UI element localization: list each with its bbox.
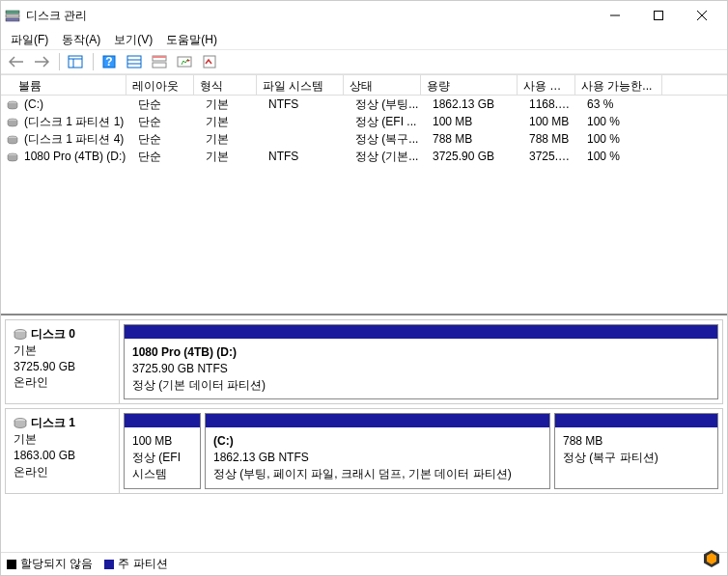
volume-icon xyxy=(7,97,18,111)
partition-name: 1080 Pro (4TB) (D:) xyxy=(132,344,710,361)
view-graphical-button[interactable] xyxy=(148,51,171,72)
menu-help[interactable]: 도움말(H) xyxy=(160,30,223,50)
legend-unallocated-label: 할당되지 않음 xyxy=(20,556,93,572)
volume-type: 기본 xyxy=(200,96,263,113)
disk-partitions: 1080 Pro (4TB) (D:) 3725.90 GB NTFS 정상 (… xyxy=(120,320,722,403)
svg-rect-4 xyxy=(654,12,662,20)
disk-type: 기본 xyxy=(14,431,111,448)
legend-primary-label: 주 파티션 xyxy=(118,556,167,572)
volume-status: 정상 (부팅... xyxy=(350,96,427,113)
partition-box[interactable]: 788 MB 정상 (복구 파티션) xyxy=(554,413,718,488)
volume-percent: 63 % xyxy=(581,97,668,111)
view-list-button[interactable] xyxy=(123,51,146,72)
volume-status: 정상 (복구... xyxy=(350,131,427,148)
col-type[interactable]: 형식 xyxy=(194,75,257,95)
partition-header xyxy=(555,414,717,427)
disk-partitions: 100 MB 정상 (EFI 시스템 (C:) 1862.13 GB NTFS … xyxy=(120,409,722,492)
volume-list: 볼륨 레이아웃 형식 파일 시스템 상태 용량 사용 가... 사용 가능한..… xyxy=(1,74,727,315)
volume-percent: 100 % xyxy=(581,115,668,128)
disk-size: 1863.00 GB xyxy=(14,448,111,464)
volume-row[interactable]: (C:) 단순 기본 NTFS 정상 (부팅... 1862.13 GB 116… xyxy=(1,96,727,113)
volume-list-header: 볼륨 레이아웃 형식 파일 시스템 상태 용량 사용 가... 사용 가능한..… xyxy=(1,74,727,96)
disk-graphical-area: 디스크 0 기본 3725.90 GB 온라인 1080 Pro (4TB) (… xyxy=(1,315,727,552)
volume-name: (C:) xyxy=(18,97,132,111)
back-button[interactable] xyxy=(5,51,28,72)
volume-layout: 단순 xyxy=(132,96,200,113)
volume-free: 788 MB xyxy=(523,132,581,146)
legend-unallocated: 할당되지 않음 xyxy=(7,556,93,572)
menu-action[interactable]: 동작(A) xyxy=(56,30,106,50)
volume-type: 기본 xyxy=(200,149,263,165)
legend: 할당되지 않음 주 파티션 xyxy=(1,552,727,575)
volume-fs: NTFS xyxy=(263,150,350,163)
partition-box[interactable]: 100 MB 정상 (EFI 시스템 xyxy=(124,413,201,488)
partition-detail: 788 MB xyxy=(563,433,710,450)
disk-info-panel: 디스크 1 기본 1863.00 GB 온라인 xyxy=(6,409,120,492)
col-filesystem[interactable]: 파일 시스템 xyxy=(257,75,344,95)
partition-status: 정상 (EFI 시스템 xyxy=(132,450,192,482)
disk-label: 디스크 1 xyxy=(31,416,75,429)
partition-status: 정상 (부팅, 페이지 파일, 크래시 덤프, 기본 데이터 파티션) xyxy=(213,466,542,482)
refresh-button[interactable] xyxy=(173,51,196,72)
volume-row[interactable]: (디스크 1 파티션 4) 단순 기본 정상 (복구... 788 MB 788… xyxy=(1,130,727,148)
volume-capacity: 3725.90 GB xyxy=(427,150,523,163)
volume-type: 기본 xyxy=(200,114,263,130)
disk-type: 기본 xyxy=(14,343,111,359)
minimize-button[interactable] xyxy=(593,2,636,29)
partition-header xyxy=(125,325,717,339)
volume-list-body: (C:) 단순 기본 NTFS 정상 (부팅... 1862.13 GB 116… xyxy=(1,96,727,165)
svg-rect-7 xyxy=(69,56,82,68)
swatch-unallocated xyxy=(7,560,16,569)
col-capacity[interactable]: 용량 xyxy=(421,75,518,95)
volume-free: 1168.89... xyxy=(523,97,581,111)
menu-view[interactable]: 보기(V) xyxy=(108,30,158,50)
maximize-button[interactable] xyxy=(636,2,680,29)
titlebar: 디스크 관리 xyxy=(1,1,727,30)
view-panel-button[interactable] xyxy=(64,51,87,72)
svg-rect-12 xyxy=(127,56,141,68)
svg-text:?: ? xyxy=(105,55,112,69)
volume-row[interactable]: 1080 Pro (4TB) (D:) 단순 기본 NTFS 정상 (기본...… xyxy=(1,148,727,165)
menu-file[interactable]: 파일(F) xyxy=(5,30,54,50)
forward-button[interactable] xyxy=(30,51,53,72)
volume-name: (디스크 1 파티션 1) xyxy=(18,114,132,130)
col-percent[interactable]: 사용 가능한... xyxy=(575,75,662,95)
volume-layout: 단순 xyxy=(132,149,200,165)
partition-name: (C:) xyxy=(213,433,542,450)
properties-button[interactable] xyxy=(198,51,221,72)
partition-box[interactable]: 1080 Pro (4TB) (D:) 3725.90 GB NTFS 정상 (… xyxy=(124,324,718,399)
volume-capacity: 100 MB xyxy=(427,115,523,128)
close-button[interactable] xyxy=(680,2,723,29)
col-free[interactable]: 사용 가... xyxy=(518,75,575,95)
volume-percent: 100 % xyxy=(581,150,668,163)
window-title: 디스크 관리 xyxy=(26,8,593,24)
disk-status: 온라인 xyxy=(14,464,111,480)
partition-detail: 100 MB xyxy=(132,433,192,450)
volume-capacity: 1862.13 GB xyxy=(427,97,523,111)
col-layout[interactable]: 레이아웃 xyxy=(126,75,194,95)
swatch-primary xyxy=(104,560,114,569)
svg-rect-16 xyxy=(153,63,166,68)
volume-icon xyxy=(7,132,18,146)
help-button[interactable]: ? xyxy=(98,51,121,72)
disk-row[interactable]: 디스크 0 기본 3725.90 GB 온라인 1080 Pro (4TB) (… xyxy=(5,319,723,404)
app-icon xyxy=(5,8,20,23)
volume-row[interactable]: (디스크 1 파티션 1) 단순 기본 정상 (EFI ... 100 MB 1… xyxy=(1,113,727,130)
volume-icon xyxy=(7,150,18,163)
partition-box[interactable]: (C:) 1862.13 GB NTFS 정상 (부팅, 페이지 파일, 크래시… xyxy=(205,413,550,488)
volume-name: 1080 Pro (4TB) (D:) xyxy=(18,150,132,163)
disk-icon xyxy=(14,326,27,343)
disk-label: 디스크 0 xyxy=(31,327,75,341)
volume-status: 정상 (기본... xyxy=(350,149,427,165)
svg-rect-17 xyxy=(153,56,166,58)
col-status[interactable]: 상태 xyxy=(344,75,421,95)
toolbar: ? xyxy=(1,49,727,74)
col-volume[interactable]: 볼륨 xyxy=(1,75,126,95)
disk-row[interactable]: 디스크 1 기본 1863.00 GB 온라인 100 MB 정상 (EFI 시… xyxy=(5,408,723,493)
partition-status: 정상 (기본 데이터 파티션) xyxy=(132,377,710,394)
volume-name: (디스크 1 파티션 4) xyxy=(18,131,132,148)
volume-icon xyxy=(7,115,18,128)
partition-header xyxy=(125,414,200,427)
disk-status: 온라인 xyxy=(14,374,111,391)
disk-size: 3725.90 GB xyxy=(14,359,111,375)
